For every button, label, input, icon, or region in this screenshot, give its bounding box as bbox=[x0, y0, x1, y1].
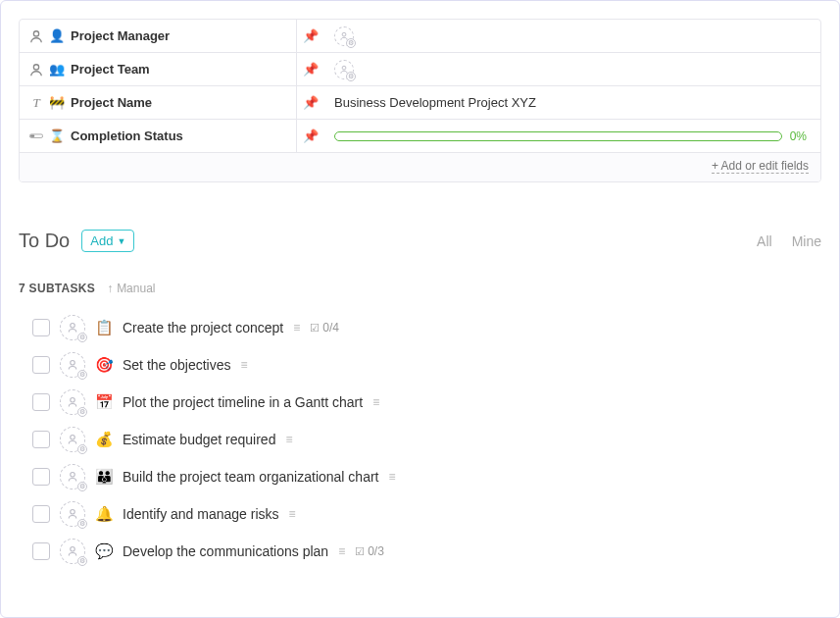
assignee-placeholder-icon[interactable]: ⚙ bbox=[60, 539, 85, 564]
chevron-down-icon: ▼ bbox=[117, 236, 125, 246]
svg-point-8 bbox=[71, 398, 75, 403]
assignee-placeholder-icon[interactable]: ⚙ bbox=[60, 427, 85, 452]
gear-icon: ⚙ bbox=[77, 519, 87, 529]
assignee-placeholder-icon[interactable]: ⚙ bbox=[60, 352, 85, 378]
task-title: Build the project team organizational ch… bbox=[123, 469, 378, 485]
svg-point-2 bbox=[33, 64, 38, 69]
task-row[interactable]: ⚙💬Develop the communications plan≡☑0/3 bbox=[32, 539, 821, 564]
gear-icon: ⚙ bbox=[77, 333, 87, 342]
task-title: Develop the communications plan bbox=[123, 543, 328, 559]
svg-point-10 bbox=[71, 473, 75, 478]
fields-footer: + Add or edit fields bbox=[20, 153, 820, 181]
description-icon: ≡ bbox=[285, 433, 292, 446]
progress-percent: 0% bbox=[790, 129, 807, 143]
fields-panel: 👤 Project Manager 📌 ⚙ 👥 Project Team 📌 ⚙ bbox=[19, 19, 821, 182]
task-emoji-icon: 📅 bbox=[95, 393, 113, 411]
task-emoji-icon: 💰 bbox=[95, 431, 113, 448]
svg-point-1 bbox=[342, 32, 346, 36]
task-subtask-count: ☑0/4 bbox=[310, 321, 339, 335]
task-row[interactable]: ⚙👪Build the project team organizational … bbox=[32, 464, 821, 489]
task-checkbox[interactable] bbox=[32, 319, 50, 336]
task-emoji-icon: 💬 bbox=[95, 542, 113, 560]
description-icon: ≡ bbox=[293, 321, 300, 335]
assignee-placeholder-icon[interactable]: ⚙ bbox=[334, 60, 354, 79]
svg-rect-5 bbox=[30, 134, 34, 136]
task-checkbox[interactable] bbox=[32, 356, 50, 374]
gear-icon: ⚙ bbox=[77, 482, 87, 491]
task-checkbox[interactable] bbox=[32, 542, 50, 560]
field-row-project-manager[interactable]: 👤 Project Manager 📌 ⚙ bbox=[20, 20, 820, 53]
gear-icon: ⚙ bbox=[77, 444, 87, 454]
task-emoji-icon: 🎯 bbox=[95, 356, 113, 374]
field-row-project-team[interactable]: 👥 Project Team 📌 ⚙ bbox=[20, 53, 820, 86]
task-checkbox[interactable] bbox=[32, 393, 50, 411]
assignee-placeholder-icon[interactable]: ⚙ bbox=[60, 501, 85, 527]
task-progress-text: 0/4 bbox=[322, 321, 339, 335]
subtasks-count: 7 SUBTASKS bbox=[19, 282, 95, 295]
person-icon bbox=[29, 29, 43, 43]
task-title: Identify and manage risks bbox=[123, 506, 279, 522]
pin-icon[interactable]: 📌 bbox=[297, 62, 324, 77]
task-list: ⚙📋Create the project concept≡☑0/4⚙🎯Set t… bbox=[19, 315, 821, 564]
add-button[interactable]: Add ▼ bbox=[81, 230, 134, 252]
assignee-placeholder-icon[interactable]: ⚙ bbox=[60, 389, 85, 415]
svg-point-0 bbox=[33, 30, 38, 35]
pin-icon[interactable]: 📌 bbox=[297, 129, 324, 143]
task-emoji-icon: 🔔 bbox=[95, 505, 113, 523]
task-title: Plot the project timeline in a Gantt cha… bbox=[123, 394, 363, 410]
assignee-placeholder-icon[interactable]: ⚙ bbox=[334, 26, 354, 46]
task-row[interactable]: ⚙💰Estimate budget required≡ bbox=[32, 427, 821, 452]
subtasks-bar: 7 SUBTASKS ↑ Manual bbox=[19, 282, 821, 295]
field-text-value: Business Development Project XYZ bbox=[334, 95, 536, 110]
task-checkbox[interactable] bbox=[32, 505, 50, 523]
pin-icon[interactable]: 📌 bbox=[297, 28, 324, 43]
arrow-up-icon: ↑ bbox=[107, 282, 113, 295]
field-value[interactable]: 0% bbox=[324, 120, 820, 152]
task-row[interactable]: ⚙🔔Identify and manage risks≡ bbox=[32, 501, 821, 527]
person-icon bbox=[29, 63, 43, 77]
hourglass-emoji-icon: ⌛ bbox=[49, 129, 65, 143]
task-row[interactable]: ⚙🎯Set the objectives≡ bbox=[32, 352, 821, 378]
task-title: Estimate budget required bbox=[123, 432, 275, 447]
task-title: Create the project concept bbox=[123, 320, 283, 335]
checklist-icon: ☑ bbox=[355, 545, 365, 558]
task-subtask-count: ☑0/3 bbox=[355, 544, 384, 558]
progress-bar bbox=[334, 131, 782, 141]
field-row-completion-status[interactable]: ⌛ Completion Status 📌 0% bbox=[20, 120, 820, 153]
field-value[interactable]: ⚙ bbox=[324, 20, 820, 52]
svg-point-7 bbox=[71, 361, 75, 366]
description-icon: ≡ bbox=[289, 507, 296, 521]
svg-point-11 bbox=[71, 510, 75, 515]
construction-emoji-icon: 🚧 bbox=[49, 95, 65, 110]
task-progress-text: 0/3 bbox=[368, 544, 384, 558]
gear-icon: ⚙ bbox=[346, 72, 356, 81]
filter-all[interactable]: All bbox=[757, 233, 772, 249]
task-title: Set the objectives bbox=[123, 357, 231, 373]
task-row[interactable]: ⚙📅Plot the project timeline in a Gantt c… bbox=[32, 389, 821, 415]
assignee-placeholder-icon[interactable]: ⚙ bbox=[60, 315, 85, 340]
sort-button[interactable]: ↑ Manual bbox=[107, 282, 155, 295]
field-value[interactable]: ⚙ bbox=[324, 53, 820, 85]
field-row-project-name[interactable]: T 🚧 Project Name 📌 Business Development … bbox=[20, 86, 820, 120]
task-checkbox[interactable] bbox=[32, 431, 50, 448]
checklist-icon: ☑ bbox=[310, 322, 320, 335]
gear-icon: ⚙ bbox=[77, 370, 87, 380]
pin-icon[interactable]: 📌 bbox=[297, 95, 324, 110]
svg-point-3 bbox=[342, 66, 346, 70]
field-value[interactable]: Business Development Project XYZ bbox=[324, 86, 820, 119]
svg-point-12 bbox=[71, 547, 75, 552]
add-edit-fields-link[interactable]: + Add or edit fields bbox=[712, 159, 809, 174]
gear-icon: ⚙ bbox=[77, 407, 87, 417]
progress-icon bbox=[29, 129, 43, 143]
assignee-placeholder-icon[interactable]: ⚙ bbox=[60, 464, 85, 489]
gear-icon: ⚙ bbox=[346, 38, 356, 48]
add-button-label: Add bbox=[90, 233, 113, 248]
field-label: Project Team bbox=[71, 62, 150, 77]
svg-point-9 bbox=[71, 436, 75, 440]
person-emoji-icon: 👤 bbox=[49, 28, 65, 43]
filter-mine[interactable]: Mine bbox=[792, 233, 821, 249]
description-icon: ≡ bbox=[388, 470, 395, 484]
description-icon: ≡ bbox=[372, 395, 379, 409]
task-checkbox[interactable] bbox=[32, 468, 50, 486]
task-row[interactable]: ⚙📋Create the project concept≡☑0/4 bbox=[32, 315, 821, 340]
